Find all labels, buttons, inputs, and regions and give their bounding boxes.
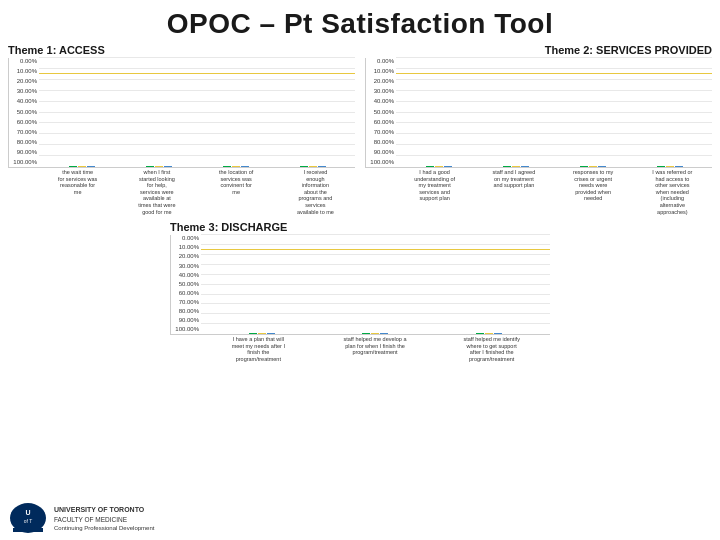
- bar-group-4: [274, 166, 351, 167]
- theme3-chart: 100.00% 90.00% 80.00% 70.00% 60.00% 50.0…: [170, 235, 550, 335]
- theme3-bars: [201, 235, 550, 334]
- bar-yellow-3: [232, 166, 240, 167]
- theme2-y-axis: 100.00% 90.00% 80.00% 70.00% 60.00% 50.0…: [366, 58, 394, 167]
- bar-yellow-1: [78, 166, 86, 167]
- svg-text:of T: of T: [24, 518, 33, 524]
- theme1-chart: 100.00% 90.00% 80.00% 70.00% 60.00% 50.0…: [8, 58, 355, 168]
- footer-text: UNIVERSITY OF TORONTO FACULTY OF MEDICIN…: [54, 505, 154, 532]
- theme2-section: Theme 2: SERVICES PROVIDED 100.00% 90.00…: [365, 44, 712, 215]
- bar-green-1: [69, 166, 77, 167]
- page-title: OPOC – Pt Satisfaction Tool: [0, 0, 720, 40]
- bar-yellow-4: [309, 166, 317, 167]
- bar-group-2: [120, 166, 197, 167]
- theme1-title: Theme 1: ACCESS: [8, 44, 355, 56]
- theme3-x-labels: I have a plan that willmeet my needs aft…: [170, 336, 550, 362]
- bottom-row: Theme 3: DISCHARGE 100.00% 90.00% 80.00%…: [8, 221, 712, 362]
- bar-group-3: [197, 166, 274, 167]
- theme2-chart: 100.00% 90.00% 80.00% 70.00% 60.00% 50.0…: [365, 58, 712, 168]
- theme1-y-axis: 100.00% 90.00% 80.00% 70.00% 60.00% 50.0…: [9, 58, 37, 167]
- bar-blue-4: [318, 166, 326, 167]
- theme3-section: Theme 3: DISCHARGE 100.00% 90.00% 80.00%…: [170, 221, 550, 362]
- theme3-title: Theme 3: DISCHARGE: [170, 221, 550, 233]
- bar-blue-2: [164, 166, 172, 167]
- university-logo: U of T: [8, 501, 48, 536]
- bar-green-2: [146, 166, 154, 167]
- bar-blue-1: [87, 166, 95, 167]
- theme2-bars: [396, 58, 712, 167]
- theme2-x-labels: I had a goodunderstanding ofmy treatment…: [365, 169, 712, 215]
- theme1-x-labels: the wait timefor services wasreasonable …: [8, 169, 355, 215]
- bar-group-1: [43, 166, 120, 167]
- bar-yellow-2: [155, 166, 163, 167]
- theme1-section: Theme 1: ACCESS 100.00% 90.00% 80.00% 70…: [8, 44, 355, 215]
- theme1-bars: [39, 58, 355, 167]
- svg-text:U: U: [25, 509, 30, 516]
- bar-green-4: [300, 166, 308, 167]
- theme3-y-axis: 100.00% 90.00% 80.00% 70.00% 60.00% 50.0…: [171, 235, 199, 334]
- footer: U of T UNIVERSITY OF TORONTO FACULTY OF …: [8, 501, 154, 536]
- bar-green-3: [223, 166, 231, 167]
- theme2-title: Theme 2: SERVICES PROVIDED: [365, 44, 712, 56]
- svg-rect-3: [13, 528, 43, 532]
- bar-blue-3: [241, 166, 249, 167]
